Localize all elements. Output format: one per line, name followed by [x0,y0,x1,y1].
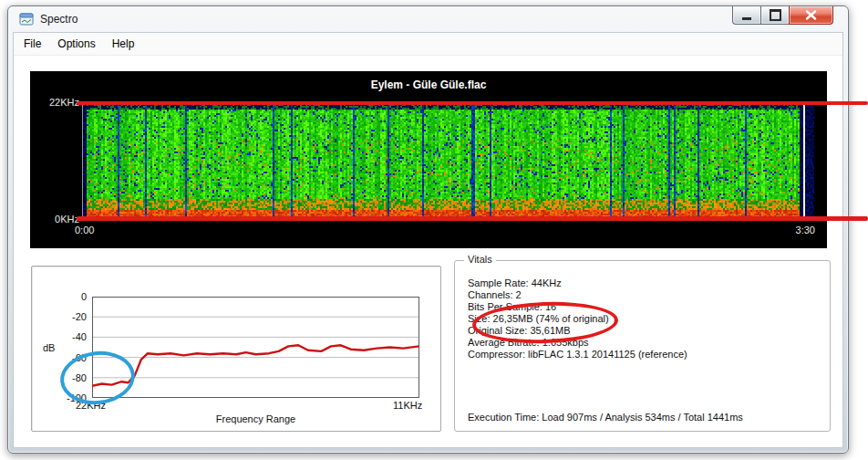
frequency-chart-svg [92,297,419,398]
title-bar[interactable]: Spectro [8,6,848,32]
chart-ylabel: dB [43,342,55,353]
minimize-icon [742,17,751,20]
caption-buttons [733,6,833,24]
spectro-window: Spectro File Options Help Eylem - G [7,5,849,454]
window-title: Spectro [40,13,78,26]
app-icon [19,13,34,26]
chart-y-tick-label: -40 [50,331,87,342]
chart-xtick-right: 11KHz [393,400,422,411]
chart-plot-area [92,297,419,398]
menu-options[interactable]: Options [49,34,103,54]
spectrogram-panel: Eylem - Güle Güle.flac 22KHz 0KHz 0:00 3… [30,71,827,248]
chart-y-tick-label: -20 [50,311,87,322]
chart-y-tick-label: 0 [50,291,87,302]
vitals-line: Compressor: libFLAC 1.3.1 20141125 (refe… [468,349,687,361]
frequency-chart-panel: 0-20-40-60-80-100 dB 22KHz 11KHz Frequen… [31,266,441,432]
annotation-red-line-top [77,101,868,105]
maximize-icon [770,9,781,21]
maximize-button[interactable] [760,6,790,25]
spectrogram-ylabel-bottom: 0KHz [36,214,79,225]
close-icon [805,10,817,20]
vitals-panel: Vitals Sample Rate: 44KHzChannels: 2Bits… [454,260,831,432]
execution-time-line: Execution Time: Load 907ms / Analysis 53… [468,412,743,423]
screenshot-page: Spectro File Options Help Eylem - G [0,0,868,460]
menu-file[interactable]: File [16,34,49,54]
spectrogram-canvas[interactable] [82,102,814,221]
menu-bar: File Options Help [14,33,842,56]
vitals-title: Vitals [464,254,496,265]
spectrogram-time-end: 3:30 [796,225,815,235]
annotation-red-line-bottom [77,216,868,221]
minimize-button[interactable] [732,6,761,25]
close-button[interactable] [789,6,833,25]
spectrogram-ylabel-top: 22KHz [36,97,79,108]
chart-xlabel: Frequency Range [92,413,419,424]
vitals-line: Sample Rate: 44KHz [468,277,687,289]
spectrogram-time-start: 0:00 [75,225,94,235]
menu-help[interactable]: Help [104,34,143,54]
spectrogram-title: Eylem - Güle Güle.flac [30,78,827,91]
vitals-line: Channels: 2 [468,289,687,301]
client-area: File Options Help Eylem - Güle Güle.flac… [13,32,843,448]
